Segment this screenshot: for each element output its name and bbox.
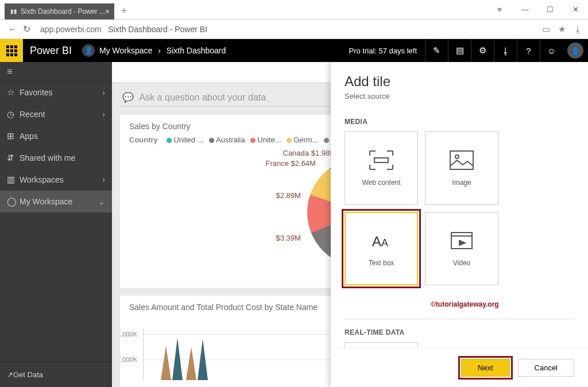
person-icon: 👤 — [82, 44, 95, 57]
section-realtime-label: REAL-TIME DATA — [345, 328, 574, 336]
sidebar: ≡ ☆Favorites› ◷Recent› ⊞Apps ⇵Shared wit… — [0, 62, 112, 387]
app-launcher-button[interactable] — [0, 39, 23, 62]
chevron-down-icon: ⌄ — [98, 197, 105, 206]
svg-point-2 — [455, 155, 459, 158]
clock-icon: ◷ — [7, 109, 20, 119]
edit-icon[interactable]: ✎ — [425, 39, 448, 62]
browser-titlebar: ▮▮ Sixth Dashboard - Power ... × + ≡ — ☐… — [0, 0, 588, 20]
apps-icon: ⊞ — [7, 131, 20, 141]
tile-text-box[interactable]: AA Text box — [345, 212, 418, 285]
sidebar-item-workspaces[interactable]: ▥Workspaces› — [0, 169, 112, 191]
section-media-label: MEDIA — [345, 118, 574, 126]
tile-image[interactable]: Image — [425, 131, 498, 205]
reader-icon[interactable]: ▭ — [542, 24, 550, 34]
reload-icon[interactable]: ↻ — [20, 24, 33, 34]
address-bar: ← ↻ app.powerbi.com Sixth Dashboard - Po… — [0, 20, 588, 39]
minimize-icon[interactable]: — — [512, 0, 537, 20]
svg-rect-6 — [451, 233, 472, 236]
text-icon: AA — [369, 230, 394, 251]
panel-title: Add tile — [345, 73, 574, 90]
watermark-label: ©tutorialgateway.org — [431, 300, 574, 308]
trial-label: Pro trial: 57 days left — [341, 47, 425, 55]
app-header: Power BI 👤 My Workspace › Sixth Dashboar… — [0, 39, 588, 62]
waffle-icon — [6, 45, 17, 56]
workspace-icon: ▥ — [7, 175, 20, 185]
tile-web-content[interactable]: Web content — [345, 131, 418, 205]
chevron-right-icon: › — [102, 175, 105, 184]
url-field[interactable]: app.powerbi.com Sixth Dashboard - Power … — [40, 25, 207, 34]
download-icon[interactable]: ⭳ — [574, 24, 582, 34]
svg-rect-5 — [451, 233, 472, 249]
comment-icon[interactable]: ▤ — [448, 39, 471, 62]
tile-realtime[interactable] — [345, 342, 418, 348]
tab-favicon-icon: ▮▮ — [10, 8, 17, 14]
browser-tab[interactable]: ▮▮ Sixth Dashboard - Power ... × — [5, 3, 114, 20]
hamburger-icon[interactable]: ≡ — [0, 62, 112, 82]
panel-subtitle: Select source — [345, 92, 574, 100]
get-data-button[interactable]: ↗Get Data — [0, 362, 112, 387]
sidebar-item-apps[interactable]: ⊞Apps — [0, 125, 112, 147]
cancel-button[interactable]: Cancel — [518, 359, 574, 377]
sidebar-item-my-workspace[interactable]: ◯My Workspace⌄ — [0, 191, 112, 212]
tab-title: Sixth Dashboard - Power ... — [21, 7, 105, 16]
svg-text:A: A — [381, 237, 388, 249]
new-tab-button[interactable]: + — [117, 4, 131, 19]
person-icon: ◯ — [7, 196, 20, 207]
share-icon: ⇵ — [7, 153, 20, 163]
close-window-icon[interactable]: ✕ — [563, 0, 588, 20]
breadcrumb[interactable]: My Workspace › Sixth Dashboard — [99, 46, 226, 55]
sidebar-item-recent[interactable]: ◷Recent› — [0, 103, 112, 125]
download-icon[interactable]: ⭳ — [494, 39, 517, 62]
svg-rect-1 — [450, 151, 473, 169]
tile-video[interactable]: Video — [425, 212, 498, 285]
next-button[interactable]: Next — [461, 359, 510, 377]
web-content-icon — [369, 150, 394, 171]
settings-icon[interactable]: ⚙ — [471, 39, 494, 62]
add-tile-panel: Add tile Select source MEDIA Web content… — [331, 62, 588, 387]
close-icon[interactable]: × — [105, 7, 110, 16]
chevron-right-icon: › — [102, 110, 105, 119]
back-icon[interactable]: ← — [6, 24, 20, 34]
maximize-icon[interactable]: ☐ — [537, 0, 563, 20]
brand-label: Power BI — [30, 45, 72, 57]
menu-icon[interactable]: ≡ — [487, 0, 512, 20]
sidebar-item-favorites[interactable]: ☆Favorites› — [0, 82, 112, 103]
chat-icon: 💬 — [122, 92, 134, 102]
avatar[interactable]: 👤 — [567, 42, 583, 59]
feedback-icon[interactable]: ☺ — [540, 39, 563, 62]
video-icon — [449, 230, 474, 251]
help-icon[interactable]: ? — [517, 39, 540, 62]
arrow-icon: ↗ — [7, 370, 13, 379]
chevron-right-icon: › — [102, 88, 105, 97]
dashboard-canvas: ＋Add tile 📈Usage metrics ⇆View relat 💬 A… — [112, 62, 588, 387]
star-icon: ☆ — [7, 87, 20, 98]
svg-text:A: A — [372, 234, 381, 249]
svg-rect-0 — [374, 158, 388, 162]
sidebar-item-shared[interactable]: ⇵Shared with me — [0, 147, 112, 169]
bookmark-icon[interactable]: ★ — [558, 24, 566, 34]
image-icon — [449, 150, 474, 171]
